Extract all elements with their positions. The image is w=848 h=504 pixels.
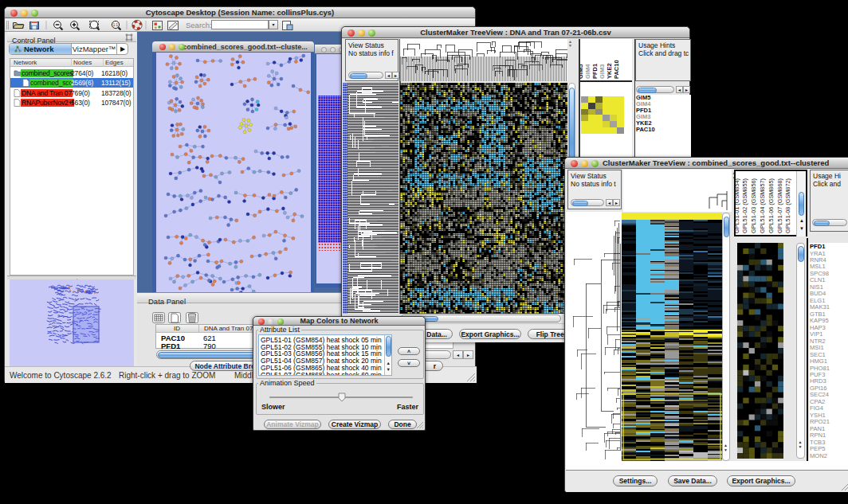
- svg-text:1:1: 1:1: [113, 23, 119, 27]
